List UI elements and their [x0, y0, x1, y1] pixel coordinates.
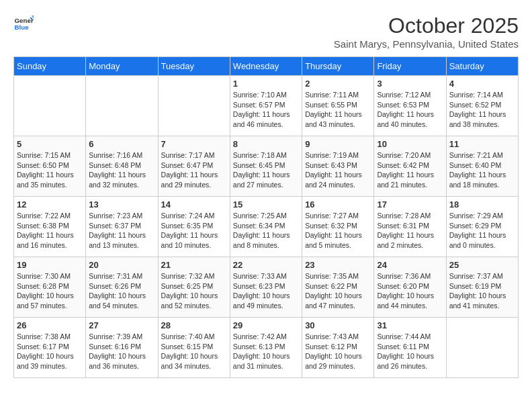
day-info: Sunrise: 7:27 AMSunset: 6:32 PMDaylight:… — [305, 211, 371, 250]
day-number: 1 — [233, 79, 299, 89]
logo-icon: General Blue — [13, 13, 34, 34]
day-info: Sunrise: 7:28 AMSunset: 6:31 PMDaylight:… — [377, 211, 443, 250]
day-cell: 11Sunrise: 7:21 AMSunset: 6:40 PMDayligh… — [446, 136, 518, 197]
day-number: 17 — [377, 199, 443, 210]
day-cell — [446, 318, 518, 378]
day-number: 24 — [377, 260, 443, 270]
day-info: Sunrise: 7:18 AMSunset: 6:45 PMDaylight:… — [233, 150, 299, 190]
day-info: Sunrise: 7:31 AMSunset: 6:26 PMDaylight:… — [89, 271, 154, 311]
day-cell: 21Sunrise: 7:32 AMSunset: 6:25 PMDayligh… — [158, 257, 230, 318]
header-friday: Friday — [374, 57, 446, 76]
day-cell: 27Sunrise: 7:39 AMSunset: 6:16 PMDayligh… — [86, 318, 158, 378]
day-info: Sunrise: 7:19 AMSunset: 6:43 PMDaylight:… — [305, 150, 371, 190]
day-info: Sunrise: 7:22 AMSunset: 6:38 PMDaylight:… — [17, 211, 83, 250]
day-cell: 9Sunrise: 7:19 AMSunset: 6:43 PMDaylight… — [302, 136, 374, 197]
page-header: General Blue October 2025 Saint Marys, P… — [13, 13, 519, 50]
day-cell: 1Sunrise: 7:10 AMSunset: 6:57 PMDaylight… — [230, 76, 302, 136]
location: Saint Marys, Pennsylvania, United States — [334, 38, 519, 50]
day-number: 28 — [161, 320, 227, 330]
day-info: Sunrise: 7:39 AMSunset: 6:16 PMDaylight:… — [89, 332, 154, 371]
svg-text:Blue: Blue — [15, 24, 30, 31]
day-info: Sunrise: 7:33 AMSunset: 6:23 PMDaylight:… — [233, 271, 299, 311]
day-cell — [158, 76, 230, 136]
day-cell: 29Sunrise: 7:42 AMSunset: 6:13 PMDayligh… — [230, 318, 302, 378]
day-cell: 22Sunrise: 7:33 AMSunset: 6:23 PMDayligh… — [230, 257, 302, 318]
day-cell: 13Sunrise: 7:23 AMSunset: 6:37 PMDayligh… — [86, 197, 158, 257]
day-cell: 2Sunrise: 7:11 AMSunset: 6:55 PMDaylight… — [302, 76, 374, 136]
week-row-3: 12Sunrise: 7:22 AMSunset: 6:38 PMDayligh… — [14, 197, 519, 257]
day-number: 18 — [449, 199, 515, 210]
day-info: Sunrise: 7:30 AMSunset: 6:28 PMDaylight:… — [17, 271, 83, 311]
day-number: 2 — [305, 79, 371, 89]
day-number: 10 — [377, 139, 443, 149]
day-info: Sunrise: 7:35 AMSunset: 6:22 PMDaylight:… — [305, 271, 371, 311]
day-cell: 6Sunrise: 7:16 AMSunset: 6:48 PMDaylight… — [86, 136, 158, 197]
day-info: Sunrise: 7:21 AMSunset: 6:40 PMDaylight:… — [449, 150, 515, 190]
day-cell: 24Sunrise: 7:36 AMSunset: 6:20 PMDayligh… — [374, 257, 446, 318]
day-number: 19 — [17, 260, 83, 270]
day-cell: 30Sunrise: 7:43 AMSunset: 6:12 PMDayligh… — [302, 318, 374, 378]
day-info: Sunrise: 7:24 AMSunset: 6:35 PMDaylight:… — [161, 211, 227, 250]
day-cell: 3Sunrise: 7:12 AMSunset: 6:53 PMDaylight… — [374, 76, 446, 136]
day-info: Sunrise: 7:16 AMSunset: 6:48 PMDaylight:… — [89, 150, 154, 190]
logo: General Blue — [13, 13, 34, 34]
day-number: 13 — [89, 199, 154, 210]
day-number: 6 — [89, 139, 154, 149]
calendar-header-row: SundayMondayTuesdayWednesdayThursdayFrid… — [14, 57, 519, 76]
day-number: 20 — [89, 260, 154, 270]
day-info: Sunrise: 7:43 AMSunset: 6:12 PMDaylight:… — [305, 332, 371, 371]
day-number: 22 — [233, 260, 299, 270]
day-cell: 5Sunrise: 7:15 AMSunset: 6:50 PMDaylight… — [14, 136, 86, 197]
day-info: Sunrise: 7:23 AMSunset: 6:37 PMDaylight:… — [89, 211, 154, 250]
day-info: Sunrise: 7:29 AMSunset: 6:29 PMDaylight:… — [449, 211, 515, 250]
day-info: Sunrise: 7:20 AMSunset: 6:42 PMDaylight:… — [377, 150, 443, 190]
day-cell: 8Sunrise: 7:18 AMSunset: 6:45 PMDaylight… — [230, 136, 302, 197]
day-cell: 23Sunrise: 7:35 AMSunset: 6:22 PMDayligh… — [302, 257, 374, 318]
day-cell — [14, 76, 86, 136]
day-number: 5 — [17, 139, 83, 149]
day-cell: 4Sunrise: 7:14 AMSunset: 6:52 PMDaylight… — [446, 76, 518, 136]
day-number: 15 — [233, 199, 299, 210]
day-cell: 26Sunrise: 7:38 AMSunset: 6:17 PMDayligh… — [14, 318, 86, 378]
day-info: Sunrise: 7:42 AMSunset: 6:13 PMDaylight:… — [233, 332, 299, 371]
day-info: Sunrise: 7:38 AMSunset: 6:17 PMDaylight:… — [17, 332, 83, 371]
header-thursday: Thursday — [302, 57, 374, 76]
day-info: Sunrise: 7:37 AMSunset: 6:19 PMDaylight:… — [449, 271, 515, 311]
day-cell — [86, 76, 158, 136]
day-number: 12 — [17, 199, 83, 210]
day-cell: 14Sunrise: 7:24 AMSunset: 6:35 PMDayligh… — [158, 197, 230, 257]
month-title: October 2025 — [334, 13, 519, 38]
day-number: 7 — [161, 139, 227, 149]
day-cell: 28Sunrise: 7:40 AMSunset: 6:15 PMDayligh… — [158, 318, 230, 378]
week-row-4: 19Sunrise: 7:30 AMSunset: 6:28 PMDayligh… — [14, 257, 519, 318]
day-cell: 17Sunrise: 7:28 AMSunset: 6:31 PMDayligh… — [374, 197, 446, 257]
week-row-1: 1Sunrise: 7:10 AMSunset: 6:57 PMDaylight… — [14, 76, 519, 136]
day-number: 16 — [305, 199, 371, 210]
day-info: Sunrise: 7:15 AMSunset: 6:50 PMDaylight:… — [17, 150, 83, 190]
day-cell: 10Sunrise: 7:20 AMSunset: 6:42 PMDayligh… — [374, 136, 446, 197]
day-info: Sunrise: 7:44 AMSunset: 6:11 PMDaylight:… — [377, 332, 443, 371]
day-number: 14 — [161, 199, 227, 210]
day-number: 9 — [305, 139, 371, 149]
day-number: 11 — [449, 139, 515, 149]
header-tuesday: Tuesday — [158, 57, 230, 76]
day-number: 8 — [233, 139, 299, 149]
header-sunday: Sunday — [14, 57, 86, 76]
day-number: 26 — [17, 320, 83, 330]
day-info: Sunrise: 7:25 AMSunset: 6:34 PMDaylight:… — [233, 211, 299, 250]
day-cell: 31Sunrise: 7:44 AMSunset: 6:11 PMDayligh… — [374, 318, 446, 378]
day-number: 4 — [449, 79, 515, 89]
header-monday: Monday — [86, 57, 158, 76]
day-cell: 7Sunrise: 7:17 AMSunset: 6:47 PMDaylight… — [158, 136, 230, 197]
day-cell: 15Sunrise: 7:25 AMSunset: 6:34 PMDayligh… — [230, 197, 302, 257]
title-block: October 2025 Saint Marys, Pennsylvania, … — [334, 13, 519, 50]
day-number: 30 — [305, 320, 371, 330]
day-number: 3 — [377, 79, 443, 89]
day-info: Sunrise: 7:36 AMSunset: 6:20 PMDaylight:… — [377, 271, 443, 311]
day-cell: 12Sunrise: 7:22 AMSunset: 6:38 PMDayligh… — [14, 197, 86, 257]
day-cell: 18Sunrise: 7:29 AMSunset: 6:29 PMDayligh… — [446, 197, 518, 257]
day-number: 21 — [161, 260, 227, 270]
day-cell: 20Sunrise: 7:31 AMSunset: 6:26 PMDayligh… — [86, 257, 158, 318]
week-row-2: 5Sunrise: 7:15 AMSunset: 6:50 PMDaylight… — [14, 136, 519, 197]
day-info: Sunrise: 7:11 AMSunset: 6:55 PMDaylight:… — [305, 90, 371, 130]
